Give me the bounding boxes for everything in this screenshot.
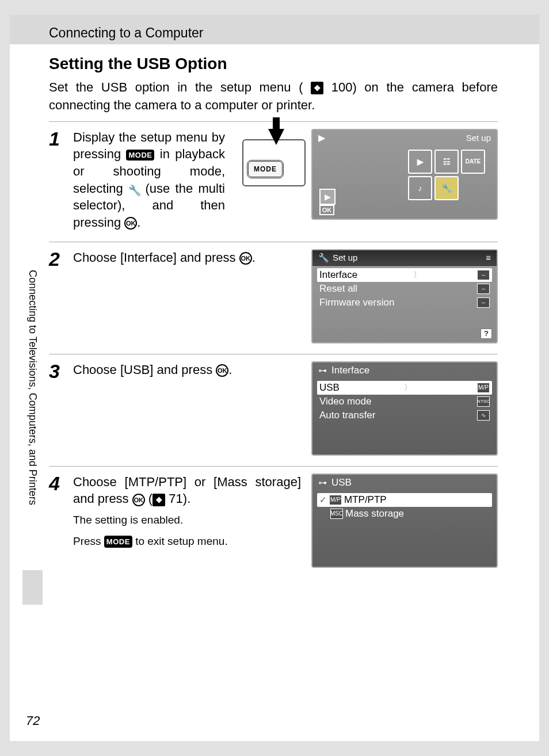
- menu-item-mass-storage: MSC Mass storage: [317, 507, 492, 521]
- lcd-ok-icon: OK: [319, 205, 334, 215]
- ok-icon: OK: [124, 217, 137, 230]
- page-title: Setting the USB Option: [49, 55, 498, 73]
- grid-tile: ♪: [408, 176, 432, 200]
- step-4-sub1: The setting is enabled.: [73, 512, 301, 529]
- grid-tile-setup-selected: 🔧: [434, 176, 459, 200]
- mode-chip-icon: MODE: [126, 150, 154, 161]
- help-icon: ?: [481, 329, 492, 339]
- play-icon: ▶: [318, 132, 325, 143]
- grid-tile: ☷: [434, 150, 459, 174]
- menu-icon: ≡: [486, 253, 491, 262]
- lcd4-title: USB: [331, 477, 352, 488]
- step4-ref: 71: [169, 491, 182, 506]
- value-ntsc: NTSC: [477, 396, 490, 407]
- step-number: 4: [49, 474, 73, 493]
- lcd-left-play-icon: ▶: [319, 189, 336, 205]
- reference-icon: ❖: [311, 82, 323, 94]
- menu-item-firmware: Firmware version --: [317, 296, 492, 310]
- step-3: 3 Choose [USB] and press OK. ⊶ Interface: [49, 354, 498, 466]
- ok-icon: OK: [216, 364, 228, 377]
- lcd2-title: Set up: [333, 253, 357, 262]
- mode-chip-icon: MODE: [104, 536, 132, 548]
- check-icon: ✓: [319, 495, 327, 505]
- step-number: 3: [49, 361, 73, 381]
- intro-ref-num: 100: [331, 80, 353, 94]
- value-mp: M/P: [329, 495, 342, 505]
- step-4-sub2: Press MODE to exit setup menu.: [73, 533, 301, 550]
- interface-icon: ⊶: [318, 365, 327, 376]
- value-mp: M/P: [477, 383, 490, 393]
- step-number: 2: [49, 249, 73, 269]
- chevron-right-icon: 〉: [404, 383, 412, 393]
- step-4-text: Choose [MTP/PTP] or [Mass storage] and p…: [73, 474, 301, 507]
- lcd-screen-3: ⊶ Interface USB 〉 M/P Video mode NT: [311, 361, 498, 456]
- step-3-text: Choose [USB] and press OK.: [73, 361, 301, 379]
- usb-icon: ⊶: [318, 478, 327, 488]
- side-section-label: Connecting to Televisions, Computers, an…: [27, 270, 39, 569]
- camera-diagram: MODE: [242, 129, 306, 186]
- menu-item-mtp-selected: ✓ M/P MTP/PTP: [317, 493, 492, 507]
- header-bar: Connecting to a Computer: [10, 15, 539, 44]
- step-4: 4 Choose [MTP/PTP] or [Mass storage] and…: [49, 467, 498, 578]
- camera-mode-button: MODE: [247, 160, 284, 178]
- lcd2-wrench-icon: 🔧: [318, 253, 329, 263]
- lcd-screen-4: ⊶ USB ✓ M/P MTP/PTP MSC: [311, 474, 498, 568]
- reference-icon: ❖: [152, 494, 165, 506]
- menu-item-interface-selected: Interface 〉 --: [317, 268, 492, 282]
- value-transfer-icon: ∿: [477, 410, 490, 421]
- step-1: 1 Display the setup menu by pressing MOD…: [49, 122, 498, 242]
- breadcrumb: Connecting to a Computer: [49, 25, 204, 40]
- value-msc: MSC: [330, 509, 343, 519]
- menu-item-video: Video mode NTSC: [317, 395, 492, 408]
- lcd3-title: Interface: [331, 365, 369, 376]
- mode-grid: ▶ ☷ DATE ♪ 🔧: [408, 150, 485, 200]
- menu-item-usb-selected: USB 〉 M/P: [317, 381, 492, 395]
- ok-icon: OK: [132, 494, 145, 506]
- chevron-right-icon: 〉: [413, 270, 421, 280]
- intro-part-a: Set the USB option in the setup menu (: [49, 80, 303, 94]
- step-1-text: Display the setup menu by pressing MODE …: [73, 129, 225, 231]
- value-dash: --: [477, 297, 490, 308]
- page-number: 72: [26, 713, 40, 728]
- wrench-icon: 🔧: [128, 184, 140, 195]
- menu-item-reset: Reset all --: [317, 282, 492, 296]
- grid-tile: ▶: [408, 150, 432, 174]
- lcd1-label: Set up: [466, 133, 491, 143]
- step-2: 2 Choose [Interface] and press OK. 🔧 Set…: [49, 242, 498, 354]
- ok-icon: OK: [239, 252, 252, 265]
- lcd-screen-1: ▶ Set up ▶ ☷ DATE ♪ 🔧 ▶ OK: [311, 129, 498, 220]
- content: Setting the USB Option Set the USB optio…: [10, 55, 539, 578]
- value-dash: --: [477, 284, 490, 294]
- step-number: 1: [49, 129, 73, 148]
- page: Connecting to a Computer Setting the USB…: [10, 15, 539, 741]
- step-2-text: Choose [Interface] and press OK.: [73, 249, 301, 266]
- menu-item-auto-transfer: Auto transfer ∿: [317, 408, 492, 422]
- side-tab: [22, 570, 43, 605]
- grid-tile-date: DATE: [461, 150, 485, 174]
- intro-text: Set the USB option in the setup menu ( ❖…: [49, 79, 498, 114]
- value-dash: --: [477, 270, 490, 280]
- lcd-screen-2: 🔧 Set up ≡ Interface 〉 -- Reset all: [311, 249, 498, 343]
